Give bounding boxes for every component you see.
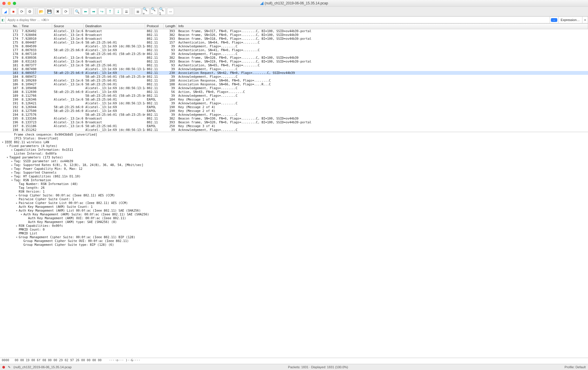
col-length[interactable]: Length [164,24,177,29]
capture-comment-icon[interactable]: ✎ [8,365,11,369]
packet-row[interactable]: 1727.826492Alcatel-_13:1e:6aBroadcast802… [0,29,588,33]
detail-line[interactable]: ▸Pairwise Cipher Suite List 00:0f:ac (Ie… [0,201,588,205]
col-source[interactable]: Source [52,24,84,29]
packet-row[interactable]: 1938.12750058:a0:23:25:b6:01Alcatel-_13:… [0,109,588,113]
zoom-out-button[interactable]: 🔍− [151,8,158,15]
detail-line[interactable]: ▾Auth Key Management (AKM) Suite: 00:0f:… [0,212,588,216]
packet-row[interactable]: 1778.00703358:a0:23:25:b6:01Alcatel-_13:… [0,48,588,52]
reload-button[interactable]: ⟳ [62,8,69,15]
detail-line[interactable]: ▾IEEE 802.11 wireless LAN [0,140,588,144]
detail-line[interactable]: Tag length: 26 [0,186,588,190]
detail-line[interactable]: ▸Tag: Supported Rates 6(B), 9, 12(B), 18… [0,163,588,167]
packet-row[interactable]: 1788.00711058:a0:23:25:b6:01 (58:a0:23:2… [0,52,588,56]
disclosure-triangle-icon[interactable]: ▸ [11,167,14,171]
packet-row[interactable]: 1848.08947258:a0:23:25:b6:01 (58:a0:23:2… [0,75,588,79]
zoom-window-button[interactable] [13,2,16,5]
apply-filter-button[interactable]: → [550,16,558,23]
colorize-button[interactable]: ≣ [134,8,141,15]
add-filter-button[interactable]: + [582,16,588,23]
disclosure-triangle-icon[interactable]: ▾ [6,155,9,159]
detail-line[interactable]: ▸Group Cipher Suite: 00:0f:ac (Ieee 802.… [0,193,588,197]
col-no[interactable]: No. [0,24,20,29]
resize-columns-button[interactable]: ↔ [167,8,174,15]
packet-row[interactable]: 1828.087490Alcatel-_13:1e:69 (dc:08:56:1… [0,67,588,71]
detail-line[interactable]: Auth Key Management (AKM) OUI: 00:0f:ac … [0,216,588,220]
zoom-in-button[interactable]: 🔍+ [142,8,149,15]
packet-row[interactable]: 1818.087377Alcatel-_13:1e:6958:a0:23:25:… [0,63,588,67]
restart-capture-button[interactable]: ⟳ [18,8,25,15]
col-destination[interactable]: Destination [84,24,145,29]
packet-row[interactable]: 1898.11276658:a0:23:25:b6:01 (58:a0:23:2… [0,94,588,98]
detail-line[interactable]: RSN Version: 1 [0,190,588,193]
disclosure-triangle-icon[interactable]: ▸ [11,148,14,152]
detail-line[interactable]: PMKID List [0,231,588,235]
detail-line[interactable]: [FCS Status: Unverified] [0,136,588,140]
detail-line[interactable]: ▸RSN Capabilities: 0x00fc [0,224,588,228]
packet-row[interactable]: 1988.151262Alcatel-_13:1e:69 (dc:08:56:1… [0,128,588,132]
find-packet-button[interactable]: 🔍 [74,8,81,15]
zoom-reset-button[interactable]: 🔍1 [159,8,166,15]
packet-row[interactable]: 1968.133723Alcatel-_13:1e:6aBroadcast802… [0,120,588,124]
capture-options-button[interactable]: ⚙ [26,8,33,15]
packet-row[interactable]: 1798.030936Alcatel-_13:1e:69Broadcast802… [0,56,588,60]
detail-line[interactable]: ▸Capabilities Information: 0x1511 [0,148,588,152]
stop-capture-button[interactable]: ■ [10,8,17,15]
disclosure-triangle-icon[interactable]: ▾ [16,235,19,239]
close-file-button[interactable]: ✖ [54,8,61,15]
packet-row[interactable]: 1747.928910Alcatel-_13:1e:6aBroadcast802… [0,37,588,41]
detail-line[interactable]: ▾Group Management Cipher Suite: 00:0f:ac… [0,235,588,239]
packet-list-body[interactable]: 1727.826492Alcatel-_13:1e:6aBroadcast802… [0,29,588,132]
detail-line[interactable]: Frame check sequence: 0x9043b8d5 [unveri… [0,133,588,136]
detail-line[interactable]: ▾Fixed parameters (4 bytes) [0,144,588,148]
packet-row[interactable]: 1888.11269058:a0:23:25:b6:01Alcatel-_13:… [0,90,588,94]
detail-line[interactable]: ▸Tag: SSID parameter set: ov44b39 [0,159,588,163]
packet-row[interactable]: 1808.031163Alcatel-_13:1e:6aBroadcast802… [0,60,588,63]
expert-info-icon[interactable] [2,366,5,369]
col-time[interactable]: Time [20,24,52,29]
col-info[interactable]: Info [177,24,588,29]
packet-row[interactable]: 1758.004487Alcatel-_13:1e:6958:a0:23:25:… [0,41,588,44]
packet-row[interactable]: 1948.12757658:a0:23:25:b6:01 (58:a0:23:2… [0,113,588,117]
packet-row[interactable]: 1878.109498Alcatel-_13:1e:69 (dc:08:56:1… [0,86,588,90]
go-last-button[interactable]: ⤓ [115,8,122,15]
packet-bytes-pane[interactable]: 0000 00 00 19 00 6f 08 00 00 29 02 97 26… [0,358,588,364]
close-window-button[interactable] [2,2,6,5]
filter-bookmark-button[interactable]: ◧ [0,16,6,23]
detail-line[interactable]: ▸Tag: Power Capability Min: 0, Max: 12 [0,167,588,171]
display-filter-input[interactable] [6,16,550,23]
status-profile[interactable]: Profile: Default [565,365,586,369]
save-file-button[interactable]: 💾 [46,8,53,15]
detail-line[interactable]: Tag Number: RSN Information (48) [0,182,588,186]
detail-line[interactable]: Pairwise Cipher Suite Count: 1 [0,197,588,201]
detail-line[interactable]: Listen Interval: 0x00fa [0,152,588,155]
go-forward-button[interactable]: ➡ [90,8,97,15]
packet-row[interactable]: 1768.004599Alcatel-_13:1e:69 (dc:08:56:1… [0,44,588,48]
packet-row[interactable]: 1958.133166Alcatel-_13:1e:69Broadcast802… [0,117,588,120]
disclosure-triangle-icon[interactable]: ▾ [2,140,5,144]
start-capture-button[interactable]: ◢ [2,8,9,15]
disclosure-triangle-icon[interactable]: ▸ [16,193,19,197]
col-protocol[interactable]: Protocol [145,24,164,29]
detail-line[interactable]: Auth Key Management (AKM) Suite Count: 1 [0,205,588,209]
go-first-button[interactable]: ⤒ [106,8,113,15]
goto-packet-button[interactable]: ↪ [98,8,105,15]
disclosure-triangle-icon[interactable]: ▸ [16,224,19,228]
packet-row[interactable]: 1858.109269Alcatel-_13:1e:6958:a0:23:25:… [0,79,588,82]
expression-button[interactable]: Expression… [558,16,582,23]
autoscroll-button[interactable]: ⇊ [123,8,130,15]
detail-line[interactable]: Auth Key Management (AKM) type: SAE (SHA… [0,220,588,224]
disclosure-triangle-icon[interactable]: ▸ [16,201,19,205]
packet-row[interactable]: 1737.928404Alcatel-_13:1e:69Broadcast802… [0,33,588,37]
packet-row[interactable]: 1918.126421Alcatel-_13:1e:69 (dc:08:56:1… [0,101,588,105]
disclosure-triangle-icon[interactable]: ▸ [11,174,14,178]
packet-row[interactable]: 1908.126346Alcatel-_13:1e:6958:a0:23:25:… [0,98,588,101]
detail-line[interactable]: ▸Tag: HT Capabilities (802.11n D1.10) [0,174,588,178]
detail-line[interactable]: Group Management Cipher Suite type: BIP … [0,243,588,247]
disclosure-triangle-icon[interactable]: ▸ [11,163,14,167]
minimize-window-button[interactable] [8,2,11,5]
detail-line[interactable]: ▾Auth Key Management (AKM) List 00:0f:ac… [0,209,588,212]
detail-line[interactable]: ▾Tagged parameters (173 bytes) [0,155,588,159]
detail-line[interactable]: ▾Tag: RSN Information [0,178,588,182]
packet-list-header[interactable]: No. Time Source Destination Protocol Len… [0,24,588,29]
disclosure-triangle-icon[interactable]: ▾ [20,212,23,216]
